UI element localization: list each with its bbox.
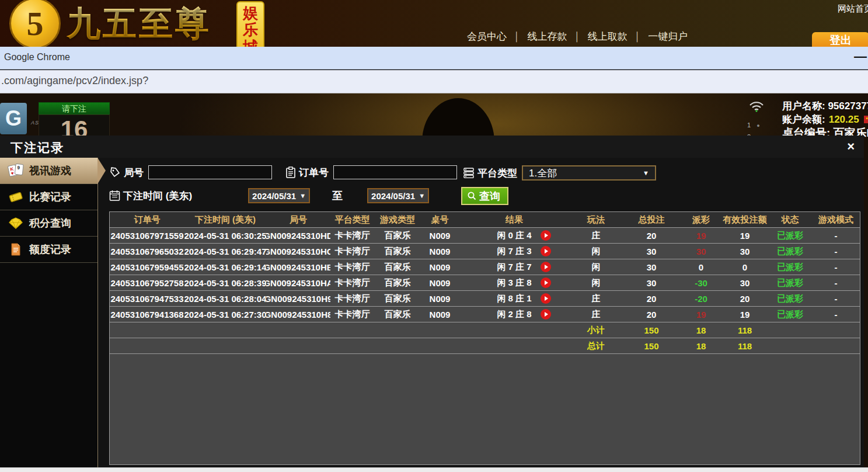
chrome-titlebar[interactable]: Google Chrome — [0, 47, 868, 70]
total-round-cell [266, 338, 330, 353]
platform-cell: 卡卡湾厅 [330, 244, 374, 259]
nav-item-2[interactable]: 线上存款 [527, 30, 567, 43]
entertainment-ribbon: 娱乐城 [236, 1, 264, 47]
play-video-button[interactable] [541, 230, 551, 241]
result-cell: 闲 7 庄 3 [459, 244, 570, 259]
window-title: Google Chrome [4, 52, 70, 63]
bet-time-cell: 2024-05-31 06:28:04 [184, 291, 266, 306]
order-input[interactable] [333, 165, 457, 179]
platform-select[interactable]: 1.全部 ▼ [522, 165, 656, 181]
play-type-cell: 闲 [570, 259, 622, 275]
round-input[interactable] [148, 165, 272, 179]
result-text: 闲 2 庄 8 [497, 309, 531, 320]
minimize-button[interactable]: — [854, 49, 867, 64]
result-text: 闲 0 庄 4 [497, 230, 531, 241]
total-result-cell [459, 338, 570, 353]
game-mode-cell: - [812, 244, 860, 259]
bet-time-cell: 2024-05-31 06:29:47 [184, 244, 266, 259]
platform-cell: 卡卡湾厅 [330, 275, 374, 290]
bet-time-cell: 2024-05-31 06:29:14 [184, 259, 266, 275]
payout-cell: 0 [681, 259, 721, 275]
nav-separator: │ [507, 32, 527, 41]
game-mode-cell: - [812, 259, 860, 275]
subtotal-time-cell [184, 322, 266, 338]
bet-records-table: 订单号下注时间 (美东)局号平台类型游戏类型桌号结果玩法总投注派彩有效投注额状态… [109, 211, 860, 465]
valid-bet-cell: 30 [721, 275, 768, 290]
sidebar-item-视讯游戏[interactable]: K♥9视讯游戏 [0, 158, 97, 184]
query-button[interactable]: 查询 [461, 187, 508, 205]
app-window: 5 九五至尊 娱乐城 网站首页 会员中心│线上存款│线上取款│一键归户 登出 G… [0, 0, 868, 472]
table-header-row: 订单号下注时间 (美东)局号平台类型游戏类型桌号结果玩法总投注派彩有效投注额状态… [110, 212, 860, 228]
subtotal-result-cell [459, 322, 570, 338]
chrome-urlbar[interactable]: .com/agingame/pcv2/index.jsp? [0, 70, 868, 93]
column-header: 有效投注额 [721, 212, 768, 227]
game-type-cell: 百家乐 [374, 228, 421, 243]
table-row: 2405310679650322024-05-31 06:29:47GN0092… [110, 244, 860, 259]
play-type-cell: 庄 [570, 291, 622, 306]
subtotal-table-cell [421, 322, 459, 338]
nav-item-4[interactable]: 一键归户 [648, 30, 688, 43]
valid-bet-cell: 30 [721, 244, 768, 259]
nav-item-1[interactable]: 会员中心 [467, 30, 507, 43]
table-row: 2405310679527582024-05-31 06:28:39GN0092… [110, 275, 860, 291]
clipboard-icon [285, 166, 296, 178]
order-id-cell: 240531067947533 [110, 291, 184, 306]
bet-time-cell: 2024-05-31 06:30:25 [184, 228, 266, 243]
total-mode-cell [812, 338, 860, 353]
document-icon [7, 243, 25, 256]
logout-button[interactable]: 登出 [812, 32, 868, 47]
subtotal-bet-cell: 150 [622, 322, 681, 338]
play-video-button[interactable] [541, 309, 551, 320]
column-header: 状态 [768, 212, 812, 227]
search-icon [467, 191, 477, 201]
home-link[interactable]: 网站首页 [838, 4, 868, 15]
date-to-select[interactable]: 2024/05/31 ▼ [367, 188, 429, 203]
cards-icon: K♥9 [7, 164, 25, 178]
date-from-select[interactable]: 2024/05/31 ▼ [248, 188, 310, 203]
total-platform-cell [330, 338, 374, 353]
result-cell: 闲 0 庄 4 [459, 228, 570, 243]
round-id-cell: GN009245310HA [266, 275, 330, 290]
result-text: 闲 7 庄 7 [497, 262, 531, 273]
site-title: 九五至尊 [67, 1, 211, 47]
diamond-icon [7, 217, 25, 230]
nav-item-3[interactable]: 线上取款 [588, 30, 628, 43]
chevron-down-icon: ▼ [299, 192, 306, 199]
china-flag-icon [864, 116, 868, 123]
balance-value: 120.25 [829, 113, 859, 126]
play-video-button[interactable] [541, 277, 551, 288]
total-bet-cell: 30 [622, 259, 681, 275]
total-bet-cell: 20 [622, 228, 681, 243]
column-header: 订单号 [110, 212, 184, 227]
logo-coin-icon: 5 [9, 0, 61, 47]
game-mode-cell: - [812, 307, 860, 322]
total-table-cell [421, 338, 459, 353]
total-play-cell: 总计 [570, 338, 622, 353]
bet-prompt: 请下注 [39, 102, 110, 114]
platform-cell: 卡卡湾厅 [330, 307, 374, 322]
sidebar-item-label: 比赛记录 [29, 190, 71, 204]
play-video-button[interactable] [541, 262, 551, 272]
result-text: 闲 3 庄 8 [497, 277, 531, 289]
play-video-button[interactable] [541, 293, 551, 304]
sidebar-item-比赛记录[interactable]: 比赛记录 [0, 184, 97, 210]
table-row: 2405310679594552024-05-31 06:29:14GN0092… [110, 259, 860, 275]
subtotal-mode-cell [812, 322, 860, 338]
wifi-icon [749, 100, 764, 114]
play-video-button[interactable] [541, 246, 551, 256]
nav-separator: │ [628, 32, 648, 41]
calendar-icon [109, 190, 120, 202]
sidebar-item-额度记录[interactable]: 额度记录 [0, 237, 97, 263]
platform-label: 平台类型 [463, 166, 517, 180]
platform-cell: 卡卡湾厅 [330, 291, 374, 306]
top-nav: 会员中心│线上存款│线上取款│一键归户 [467, 30, 688, 43]
close-icon[interactable]: × [847, 139, 855, 154]
column-header: 总投注 [622, 212, 681, 227]
filter-bar: 局号 订单号 [99, 158, 864, 211]
chevron-down-icon: ▼ [643, 169, 649, 176]
bet-time-cell: 2024-05-31 06:27:30 [184, 307, 266, 322]
round-id-cell: GN009245310HC [266, 244, 330, 259]
modal-title: 下注记录 [11, 140, 64, 156]
column-header: 派彩 [681, 212, 721, 227]
sidebar-item-积分查询[interactable]: 积分查询 [0, 210, 97, 237]
